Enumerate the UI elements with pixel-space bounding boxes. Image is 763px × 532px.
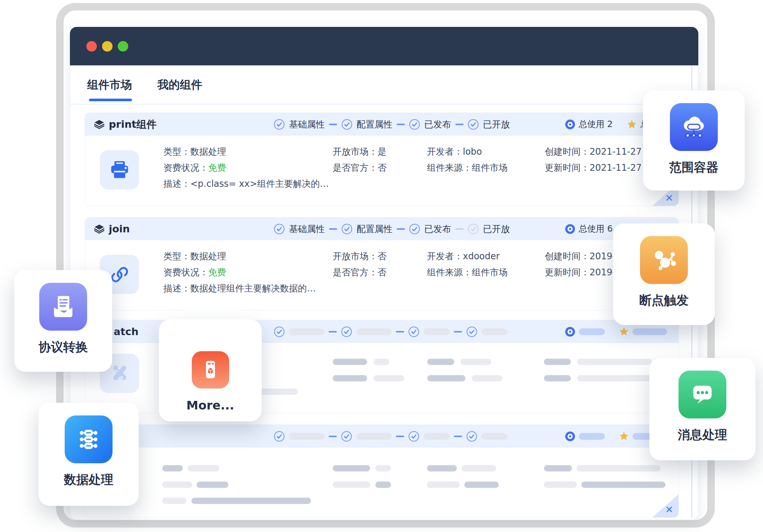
skeleton-pill xyxy=(289,433,324,440)
printer-icon xyxy=(108,159,131,181)
component-title: print组件 xyxy=(94,113,157,136)
usage-count: 总使用 6 xyxy=(579,223,613,235)
layers-icon xyxy=(94,224,104,234)
check-circle-icon xyxy=(466,326,477,337)
app-window: 组件市场 我的组件 print组件 基础属性 配置属性 已发 xyxy=(70,27,698,520)
maximize-window-button[interactable] xyxy=(118,41,128,52)
status-steps: 基础属性 配置属性 已发布 已开放 xyxy=(274,113,510,136)
step-connector xyxy=(329,228,337,230)
step-label: 已发布 xyxy=(424,118,451,130)
check-circle-icon xyxy=(274,431,285,442)
usage-eye-icon xyxy=(565,432,575,441)
step-connector xyxy=(396,331,404,332)
page: 组件市场 我的组件 print组件 基础属性 配置属性 已发 xyxy=(0,0,763,532)
step-connector xyxy=(455,124,464,125)
floating-card-scope-container[interactable]: 范围容器 xyxy=(643,90,745,191)
card-header: join 基础属性 配置属性 已发布 已开放 总使用 xyxy=(85,217,679,240)
floating-card-breakpoint-trigger[interactable]: 断点触发 xyxy=(613,223,715,325)
card-header: print组件 基础属性 配置属性 已发布 已开放 xyxy=(85,113,679,136)
field-column: 开发者：lobo 组件来源：组件市场 xyxy=(427,147,508,179)
step-connector xyxy=(397,124,405,125)
floating-card-data-processing[interactable]: 数据处理 xyxy=(39,403,139,506)
step-label: 基础属性 xyxy=(289,223,325,235)
close-window-button[interactable] xyxy=(86,41,97,52)
document-inbox-icon xyxy=(39,283,87,331)
step-label: 已开放 xyxy=(483,223,510,235)
step-connector xyxy=(454,436,462,437)
field-column: 类型：数据处理 资费状况：免费 描述：<p.class= xx>组件主要解决的… xyxy=(163,147,329,195)
floating-card-more[interactable]: More... xyxy=(159,319,262,421)
skeleton-pill xyxy=(579,328,605,335)
component-title: join xyxy=(94,217,130,240)
active-tab-underline xyxy=(89,99,132,101)
component-card-skeleton[interactable]: ✕ xyxy=(84,424,679,518)
step-connector xyxy=(454,331,462,332)
step-connector xyxy=(396,436,404,437)
usage-eye-icon xyxy=(565,224,575,234)
floating-card-message-processing[interactable]: 消息处理 xyxy=(649,358,756,460)
skeleton-pill xyxy=(356,328,392,335)
skeleton-pill xyxy=(633,328,667,335)
check-circle-icon xyxy=(274,119,285,130)
skeleton-pill xyxy=(424,328,450,335)
star-icon xyxy=(619,432,629,441)
check-circle-icon xyxy=(341,326,352,337)
step-connector xyxy=(455,228,464,230)
check-circle-icon xyxy=(341,119,353,130)
check-circle-icon xyxy=(468,119,479,130)
component-name: join xyxy=(109,223,130,235)
step-label: 配置属性 xyxy=(357,223,393,235)
chat-bubble-icon xyxy=(679,371,726,418)
tools-icon xyxy=(108,362,131,385)
field-column: 开放市场：是 是否官方：否 xyxy=(333,147,387,179)
check-circle-icon xyxy=(408,326,419,337)
floating-card-label: More... xyxy=(187,398,234,412)
step-connector xyxy=(329,436,337,437)
floating-card-label: 范围容器 xyxy=(669,159,719,176)
usage-eye-icon xyxy=(565,327,575,337)
check-circle-icon xyxy=(274,326,285,337)
check-circle-icon xyxy=(341,223,353,235)
check-circle-icon xyxy=(466,431,477,442)
component-card-print[interactable]: print组件 基础属性 配置属性 已发布 已开放 xyxy=(84,112,679,206)
step-connector xyxy=(329,331,337,332)
tabs-divider xyxy=(70,104,698,105)
close-card-button[interactable]: ✕ xyxy=(665,505,673,514)
usage-count: 总使用 2 xyxy=(579,118,613,130)
field-column: 创建时间：2019-1 更新时间：2019-1 xyxy=(545,252,621,284)
floating-card-protocol-conversion[interactable]: 协议转换 xyxy=(14,270,112,372)
field-column: 开放市场：否 是否官方：否 xyxy=(333,252,387,284)
component-title: atch xyxy=(114,320,138,343)
tab-component-market[interactable]: 组件市场 xyxy=(87,77,132,93)
check-circle-icon xyxy=(409,223,420,235)
skeleton-pill xyxy=(579,433,605,440)
component-icon-tile xyxy=(100,150,139,189)
step-label: 已开放 xyxy=(483,118,510,130)
skeleton-pill xyxy=(482,328,508,335)
floating-card-label: 消息处理 xyxy=(678,427,727,443)
field-column: 类型：数据处理 资费状况：免费 描述：数据处理组件主要解决数据的… xyxy=(163,252,316,300)
step-connector xyxy=(329,124,337,125)
component-name: atch xyxy=(114,326,138,337)
skeleton-pill xyxy=(356,433,392,440)
close-card-button[interactable]: ✕ xyxy=(665,193,673,203)
component-card-join[interactable]: join 基础属性 配置属性 已发布 已开放 总使用 xyxy=(84,217,679,310)
skeleton-pill xyxy=(424,433,450,440)
floating-card-label: 数据处理 xyxy=(64,471,113,488)
check-circle-icon-pending xyxy=(468,223,479,235)
layers-icon xyxy=(94,119,104,129)
star-icon xyxy=(619,327,629,337)
step-label: 基础属性 xyxy=(289,118,325,130)
window-titlebar xyxy=(70,27,698,65)
free-badge: 免费 xyxy=(208,163,226,173)
minimize-window-button[interactable] xyxy=(102,41,113,52)
floating-card-label: 协议转换 xyxy=(39,339,88,356)
check-circle-icon xyxy=(408,431,419,442)
cloud-network-icon xyxy=(670,103,718,151)
step-label: 配置属性 xyxy=(357,118,393,130)
status-steps-skeleton xyxy=(274,425,508,448)
tab-my-components[interactable]: 我的组件 xyxy=(157,77,202,93)
field-column: 开发者：xdooder 组件来源：组件市场 xyxy=(427,252,508,284)
step-connector xyxy=(397,228,405,230)
floating-card-label: 断点触发 xyxy=(639,292,689,309)
